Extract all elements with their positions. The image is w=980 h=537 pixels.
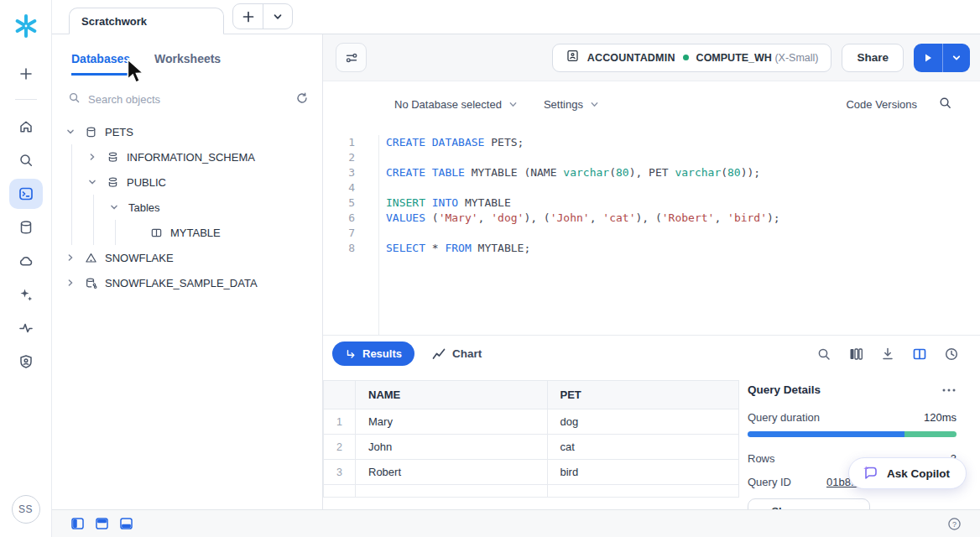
row-number: 3 bbox=[324, 460, 356, 485]
object-tree: PETSINFORMATION_SCHEMAPUBLICTablesMYTABL… bbox=[52, 119, 322, 295]
results-tab-label: Results bbox=[362, 347, 402, 360]
show-more-label: Show more bbox=[771, 505, 830, 510]
tree-item[interactable]: PETS bbox=[52, 119, 322, 144]
editor-display-options-button[interactable] bbox=[336, 43, 367, 72]
tree-item-label: PETS bbox=[105, 126, 133, 138]
sql-editor[interactable]: 12345678 CREATE DATABASE PETS; CREATE TA… bbox=[323, 128, 980, 335]
tab-chart[interactable]: Chart bbox=[432, 347, 482, 360]
tab-databases[interactable]: Databases bbox=[71, 52, 130, 76]
worksheet-tab[interactable]: Scratchwork bbox=[69, 8, 224, 34]
toggle-left-panel-icon[interactable] bbox=[71, 518, 85, 530]
tree-expand-icon[interactable] bbox=[66, 253, 85, 262]
worksheet-workspace: ACCOUNTADMIN COMPUTE_WH (X-Small) Share bbox=[323, 34, 980, 509]
ask-copilot-button[interactable]: Ask Copilot bbox=[848, 457, 967, 489]
search-icon bbox=[68, 91, 81, 107]
query-details-menu-icon[interactable] bbox=[941, 388, 957, 393]
help-icon[interactable]: ? bbox=[947, 517, 962, 531]
code-line[interactable] bbox=[386, 150, 980, 165]
table-cell[interactable]: John bbox=[356, 435, 548, 460]
table-cell[interactable]: cat bbox=[547, 435, 739, 460]
tree-collapse-icon[interactable] bbox=[110, 203, 128, 211]
search-objects-input[interactable]: Search objects bbox=[52, 86, 322, 113]
table-row[interactable]: 3Robertbird bbox=[324, 460, 739, 485]
table-cell[interactable]: dog bbox=[547, 409, 739, 435]
search-icon[interactable] bbox=[9, 145, 43, 175]
tree-item[interactable]: PUBLIC bbox=[52, 169, 322, 195]
download-icon[interactable] bbox=[879, 346, 896, 362]
history-clock-icon[interactable] bbox=[943, 346, 960, 362]
copilot-label: Ask Copilot bbox=[887, 467, 950, 480]
columns-icon[interactable] bbox=[847, 346, 864, 362]
add-tab-button[interactable] bbox=[233, 4, 263, 29]
run-button[interactable] bbox=[914, 44, 942, 72]
column-header[interactable]: PET bbox=[547, 381, 739, 409]
user-avatar[interactable]: SS bbox=[12, 495, 40, 524]
refresh-icon[interactable] bbox=[295, 91, 309, 108]
split-view-icon[interactable] bbox=[911, 346, 928, 362]
toggle-bottom-panel-icon[interactable] bbox=[120, 518, 133, 530]
admin-shield-icon[interactable] bbox=[9, 347, 43, 377]
tree-collapse-icon[interactable] bbox=[88, 178, 107, 186]
chart-line-icon bbox=[432, 348, 446, 360]
status-bar: ? bbox=[52, 509, 980, 537]
line-number: 5 bbox=[323, 196, 355, 211]
tree-item[interactable]: SNOWFLAKE_SAMPLE_DATA bbox=[52, 270, 322, 295]
tree-item[interactable]: INFORMATION_SCHEMA bbox=[52, 144, 322, 169]
tree-item[interactable]: Tables bbox=[52, 195, 322, 220]
chevron-down-icon bbox=[837, 507, 847, 510]
code-line[interactable]: CREATE DATABASE PETS; bbox=[386, 135, 980, 150]
settings-menu[interactable]: Settings bbox=[544, 98, 599, 111]
results-search-icon[interactable] bbox=[816, 346, 832, 362]
table-row[interactable]: 2Johncat bbox=[324, 435, 739, 460]
chevron-down-icon bbox=[508, 100, 518, 109]
context-selector[interactable]: ACCOUNTADMIN COMPUTE_WH (X-Small) bbox=[552, 44, 832, 72]
table-cell[interactable]: Mary bbox=[356, 409, 548, 435]
cloud-icon[interactable] bbox=[9, 246, 43, 276]
toggle-top-panel-icon[interactable] bbox=[96, 518, 109, 530]
worksheets-icon[interactable] bbox=[9, 179, 43, 209]
table-row[interactable]: 1Marydog bbox=[324, 409, 739, 435]
tree-collapse-icon[interactable] bbox=[66, 128, 85, 136]
snowflake-logo-icon[interactable] bbox=[12, 12, 40, 40]
table-icon bbox=[150, 227, 170, 239]
table-cell[interactable]: Robert bbox=[356, 460, 548, 485]
settings-label: Settings bbox=[544, 98, 583, 111]
run-options-chevron[interactable] bbox=[942, 44, 970, 72]
tree-item[interactable]: MYTABLE bbox=[52, 220, 322, 245]
results-header-row: NAMEPET bbox=[324, 381, 739, 409]
tree-item-label: SNOWFLAKE_SAMPLE_DATA bbox=[105, 277, 258, 289]
database-icon bbox=[85, 126, 105, 138]
tree-indent-guide bbox=[71, 195, 88, 220]
database-selector[interactable]: No Database selected bbox=[394, 98, 518, 111]
editor-search-icon[interactable] bbox=[938, 96, 952, 113]
code-line[interactable]: INSERT INTO MYTABLE bbox=[386, 196, 980, 211]
tree-indent-guide bbox=[115, 220, 132, 245]
editor-toolbar: No Database selected Settings Code Versi… bbox=[323, 81, 980, 128]
code-line[interactable] bbox=[386, 226, 980, 241]
ai-sparkle-icon[interactable] bbox=[9, 279, 43, 310]
results-table[interactable]: NAMEPET 1Marydog2Johncat3Robertbird bbox=[323, 380, 739, 498]
column-header[interactable]: NAME bbox=[356, 381, 548, 409]
tree-item[interactable]: SNOWFLAKE bbox=[52, 245, 322, 270]
copilot-icon bbox=[861, 463, 879, 484]
code-line[interactable]: VALUES ('Mary', 'dog'), ('John', 'cat'),… bbox=[386, 211, 980, 226]
activity-icon[interactable] bbox=[9, 313, 43, 343]
show-more-button[interactable]: Show more bbox=[748, 498, 870, 509]
home-icon[interactable] bbox=[9, 112, 43, 142]
table-cell[interactable]: bird bbox=[547, 460, 739, 485]
code-line[interactable] bbox=[386, 180, 980, 196]
line-number: 2 bbox=[323, 150, 355, 165]
tab-worksheets[interactable]: Worksheets bbox=[154, 52, 221, 76]
code-versions-link[interactable]: Code Versions bbox=[846, 98, 917, 111]
tree-expand-icon[interactable] bbox=[88, 153, 107, 161]
code-line[interactable]: SELECT * FROM MYTABLE; bbox=[386, 241, 980, 256]
tab-list-chevron-button[interactable] bbox=[263, 4, 292, 29]
code-line[interactable]: CREATE TABLE MYTABLE (NAME varchar(80), … bbox=[386, 165, 980, 180]
row-number-header bbox=[324, 381, 356, 409]
data-icon[interactable] bbox=[9, 212, 43, 242]
tree-expand-icon[interactable] bbox=[66, 279, 85, 287]
new-worksheet-button[interactable] bbox=[9, 59, 43, 89]
tab-results[interactable]: Results bbox=[332, 341, 414, 366]
sql-code[interactable]: CREATE DATABASE PETS; CREATE TABLE MYTAB… bbox=[379, 135, 980, 335]
share-button[interactable]: Share bbox=[842, 44, 904, 72]
